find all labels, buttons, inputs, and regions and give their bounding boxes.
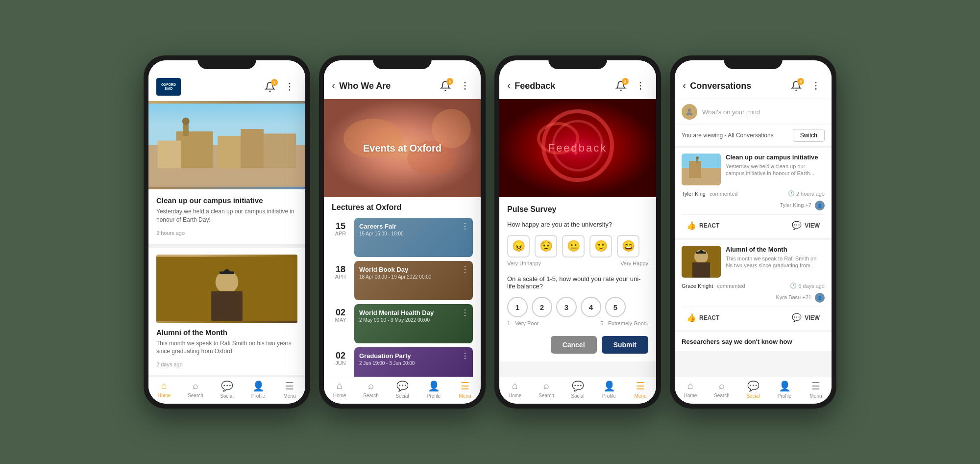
- nav-menu-3[interactable]: ☰ Menu: [625, 380, 656, 399]
- nav-home-2[interactable]: ⌂ Home: [324, 380, 355, 399]
- event-menu-3[interactable]: ⋮: [461, 351, 469, 361]
- scale-btn-1[interactable]: 1: [507, 297, 528, 317]
- back-button-3[interactable]: ‹: [507, 79, 511, 92]
- view-button-1[interactable]: 💬 VIEW: [787, 311, 825, 324]
- more-options-button-2[interactable]: [457, 78, 473, 94]
- event-row-2: 02 MAY World Mental Health Day 2 May 00:…: [324, 304, 481, 343]
- svg-point-19: [465, 88, 466, 90]
- nav-menu-1[interactable]: ☰ Menu: [274, 380, 305, 399]
- event-title-1: World Book Day: [359, 266, 431, 273]
- event-card-0[interactable]: Careers Fair 15 Apr 15:00 - 18:00 ⋮: [354, 218, 473, 257]
- notification-button-2[interactable]: 8: [438, 78, 453, 94]
- event-card-3[interactable]: Graduation Party 2 Jun 19:00 - 3 Jun 00:…: [354, 347, 473, 377]
- bottom-nav-3: ⌂ Home ⌕ Search 💬 Social 👤 Profile ☰: [499, 377, 656, 404]
- svg-rect-38: [689, 161, 701, 178]
- event-date-num-0: 15: [336, 222, 345, 231]
- nav-menu-2[interactable]: ☰ Menu: [449, 380, 481, 399]
- scale-btn-5[interactable]: 5: [605, 297, 626, 317]
- event-info-0: Careers Fair 15 Apr 15:00 - 18:00: [359, 223, 404, 236]
- survey-q1: How happy are you at the university?: [507, 221, 648, 228]
- nav-social-4[interactable]: 💬 Social: [737, 380, 769, 399]
- event-time-1: 18 Apr 00:00 - 19 Apr 2022 00:00: [359, 274, 431, 280]
- nav-menu-4[interactable]: ☰ Menu: [800, 380, 832, 399]
- clock-icon-1: 🕐: [790, 283, 797, 289]
- nav-profile-label-3: Profile: [602, 393, 616, 399]
- phone-2: ‹ Who We Are 8: [319, 55, 486, 409]
- react-label-0: REACT: [699, 222, 719, 229]
- profile-icon-4: 👤: [779, 380, 791, 392]
- event-row-1: 18 APR World Book Day 18 Apr 00:00 - 19 …: [324, 261, 481, 300]
- cancel-button[interactable]: Cancel: [551, 336, 597, 354]
- conv-divider-0: [682, 214, 825, 215]
- back-button-2[interactable]: ‹: [332, 79, 335, 92]
- scale-btn-4[interactable]: 4: [581, 297, 601, 317]
- whats-on-mind-text: What's on your mind: [702, 108, 760, 116]
- search-icon-2: ⌕: [368, 380, 374, 391]
- more-options-button-1[interactable]: [282, 79, 297, 95]
- nav-home-1[interactable]: ⌂ Home: [148, 380, 180, 399]
- notification-badge-1: 8: [271, 79, 278, 86]
- emoji-btn-0[interactable]: 😠: [507, 235, 530, 258]
- emoji-btn-2[interactable]: 😐: [562, 235, 585, 258]
- nav-social-3[interactable]: 💬 Social: [562, 380, 593, 399]
- view-button-0[interactable]: 💬 VIEW: [787, 219, 825, 232]
- nav-menu-label-4: Menu: [809, 393, 822, 399]
- post-1-title: Clean up our campus initiative: [156, 196, 297, 205]
- event-menu-2[interactable]: ⋮: [461, 308, 469, 317]
- notification-badge-3: 8: [622, 78, 629, 85]
- home-icon-3: ⌂: [512, 380, 518, 391]
- event-card-2[interactable]: World Mental Health Day 2 May 00:00 - 3 …: [354, 304, 473, 343]
- notification-button-4[interactable]: 8: [788, 78, 804, 94]
- nav-home-label-3: Home: [509, 393, 522, 398]
- commenter-label-1: commented: [717, 283, 745, 289]
- whats-on-mind-bar[interactable]: What's on your mind: [675, 99, 832, 125]
- nav-search-3[interactable]: ⌕ Search: [531, 380, 562, 399]
- post-1-time: 2 hours ago: [156, 230, 185, 236]
- nav-search-2[interactable]: ⌕ Search: [355, 380, 387, 399]
- switch-button[interactable]: Switch: [793, 129, 825, 142]
- scale-btn-3[interactable]: 3: [556, 297, 577, 317]
- nav-profile-2[interactable]: 👤 Profile: [418, 380, 449, 399]
- nav-home-4[interactable]: ⌂ Home: [675, 380, 706, 399]
- submit-button[interactable]: Submit: [602, 336, 648, 354]
- emoji-btn-4[interactable]: 😄: [617, 235, 639, 258]
- nav-search-4[interactable]: ⌕ Search: [706, 380, 737, 399]
- nav-profile-1[interactable]: 👤 Profile: [243, 380, 274, 399]
- nav-social-2[interactable]: 💬 Social: [387, 380, 418, 399]
- more-options-button-4[interactable]: [808, 78, 824, 94]
- oxford-logo: OXFORDSAÏD: [156, 78, 181, 96]
- nav-profile-3[interactable]: 👤 Profile: [593, 380, 625, 399]
- nav-search-1[interactable]: ⌕ Search: [180, 380, 211, 399]
- bottom-nav-2: ⌂ Home ⌕ Search 💬 Social 👤 Profile ☰: [324, 377, 481, 404]
- event-menu-1[interactable]: ⋮: [461, 265, 469, 274]
- notification-badge-2: 8: [446, 78, 453, 85]
- event-menu-0[interactable]: ⋮: [461, 222, 469, 231]
- scale-label-right: 5 - Extremely Good.: [600, 320, 648, 326]
- event-card-1[interactable]: World Book Day 18 Apr 00:00 - 19 Apr 202…: [354, 261, 473, 300]
- conv-post-inner-0: Clean up our campus initiative Yesterday…: [682, 154, 825, 185]
- svg-rect-5: [176, 131, 213, 168]
- nav-home-3[interactable]: ⌂ Home: [499, 380, 531, 399]
- event-card-bg-1: World Book Day 18 Apr 00:00 - 19 Apr 202…: [354, 261, 473, 300]
- svg-rect-11: [264, 133, 296, 168]
- react-button-0[interactable]: 👍 REACT: [682, 219, 724, 232]
- nav-search-label-2: Search: [363, 393, 379, 398]
- nav-social-1[interactable]: 💬 Social: [211, 380, 243, 399]
- scale-btn-2[interactable]: 2: [532, 297, 552, 317]
- notification-button-1[interactable]: 8: [262, 79, 278, 95]
- nav-profile-4[interactable]: 👤 Profile: [769, 380, 800, 399]
- notification-button-3[interactable]: 8: [613, 78, 629, 94]
- svg-point-7: [182, 118, 190, 125]
- react-button-1[interactable]: 👍 REACT: [682, 311, 724, 324]
- emoji-btn-3[interactable]: 🙂: [589, 235, 612, 258]
- home-icon-1: ⌂: [161, 380, 167, 391]
- more-options-button-3[interactable]: [633, 78, 648, 94]
- conv-thumb-bg-1: [682, 246, 721, 278]
- conv-post-1: Alumni of the Month This month we speak …: [675, 240, 832, 330]
- back-button-4[interactable]: ‹: [683, 79, 686, 92]
- post-card-1: Clean up our campus initiative Yesterday…: [148, 189, 305, 248]
- nav-social-label-2: Social: [395, 393, 409, 399]
- emoji-btn-1[interactable]: 😟: [535, 235, 557, 258]
- social-icon-4: 💬: [747, 380, 760, 392]
- event-row-3: 02 JUN Graduation Party 2 Jun 19:00 - 3 …: [324, 347, 481, 377]
